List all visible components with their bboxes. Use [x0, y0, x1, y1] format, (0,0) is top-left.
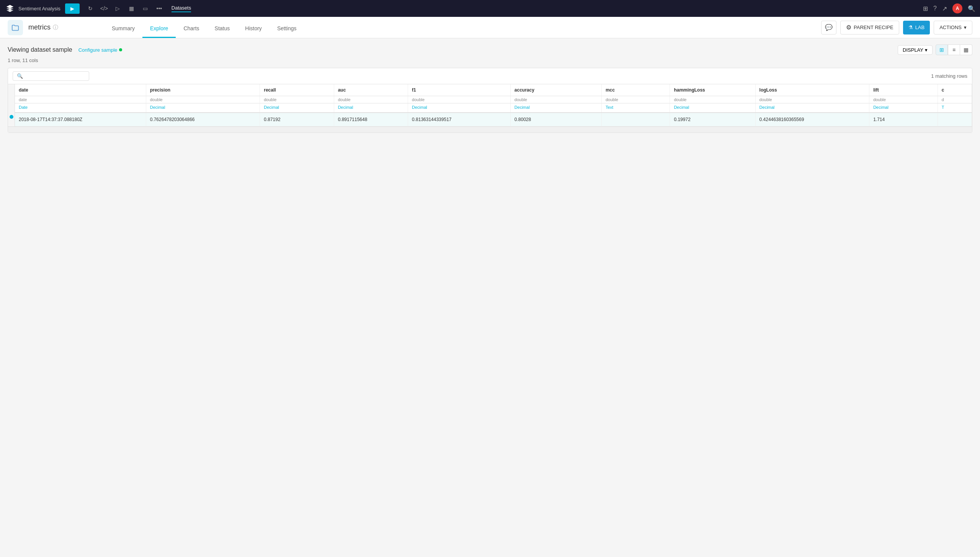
table-scroll[interactable]: date precision recall auc [15, 84, 972, 126]
table-row: 2018-08-17T14:37:37.088180Z 0.7626478203… [15, 113, 972, 126]
lab-label: LAB [915, 25, 925, 30]
chat-button[interactable]: 💬 [821, 21, 836, 34]
col-header-logloss[interactable]: logLoss [755, 84, 869, 96]
col-header-recall[interactable]: recall [260, 84, 334, 96]
meaning-lift[interactable]: Decimal [869, 103, 938, 113]
sub-nav: metrics ⓘ Summary Explore Charts Status … [0, 17, 980, 38]
meaning-precision[interactable]: Decimal [146, 103, 260, 113]
code-btn[interactable]: </> [98, 2, 110, 15]
datasets-label[interactable]: Datasets [172, 5, 191, 12]
tab-history[interactable]: History [237, 17, 270, 38]
col-header-auc[interactable]: auc [334, 84, 408, 96]
cell-accuracy: 0.80028 [510, 113, 601, 126]
cell-hammingloss: 0.19972 [670, 113, 755, 126]
actions-button[interactable]: ACTIONS ▾ [934, 21, 972, 34]
meaning-auc[interactable]: Decimal [334, 103, 408, 113]
app-title: Sentiment Analysis [18, 6, 60, 11]
bottom-scrollbar[interactable] [8, 126, 972, 133]
chart-view-btn[interactable]: ▦ [960, 44, 972, 55]
type-extra: d [938, 96, 972, 103]
col-header-precision[interactable]: precision [146, 84, 260, 96]
left-bar [8, 84, 15, 126]
lab-button[interactable]: ⚗ LAB [903, 21, 930, 34]
table-outer: date precision recall auc [8, 84, 972, 126]
display-button[interactable]: DISPLAY ▾ [898, 45, 933, 55]
meaning-accuracy[interactable]: Decimal [510, 103, 601, 113]
data-table: date precision recall auc [15, 84, 972, 126]
help-icon[interactable]: ? [933, 5, 937, 12]
meaning-extra[interactable]: T [938, 103, 972, 113]
top-bar-right: ⊞ ? ↗ A 🔍 [923, 3, 975, 13]
cell-logloss: 0.4244638160365569 [755, 113, 869, 126]
grid-view-btn[interactable]: ⊞ [936, 44, 948, 55]
meaning-mcc[interactable]: Text [601, 103, 670, 113]
configure-sample-link[interactable]: Configure sample [78, 47, 122, 53]
row-info: 1 row, 11 cols [8, 57, 972, 63]
nav-tabs: Summary Explore Charts Status History Se… [104, 17, 304, 38]
monitor-btn[interactable]: ▭ [139, 2, 152, 15]
top-bar: Sentiment Analysis ▶ ↻ </> ▷ ▦ ▭ ••• Dat… [0, 0, 980, 17]
cell-precision: 0.7626478203064866 [146, 113, 260, 126]
parent-recipe-button[interactable]: ⚙ PARENT RECIPE [840, 21, 899, 34]
meaning-hammingloss[interactable]: Decimal [670, 103, 755, 113]
tab-status[interactable]: Status [207, 17, 238, 38]
cell-extra [938, 113, 972, 126]
cell-lift: 1.714 [869, 113, 938, 126]
app-logo [5, 3, 15, 14]
cell-mcc [601, 113, 670, 126]
flow-tab[interactable]: ▶ [65, 3, 80, 14]
trend-icon[interactable]: ↗ [942, 5, 947, 12]
meaning-date[interactable]: Date [15, 103, 146, 113]
user-avatar[interactable]: A [952, 3, 962, 13]
type-f1: double [408, 96, 511, 103]
list-view-btn[interactable]: ≡ [948, 44, 960, 55]
col-header-extra[interactable]: c [938, 84, 972, 96]
configure-dot [119, 48, 122, 51]
type-hammingloss: double [670, 96, 755, 103]
lab-icon: ⚗ [908, 25, 913, 30]
sub-nav-right: 💬 ⚙ PARENT RECIPE ⚗ LAB ACTIONS ▾ [821, 21, 972, 34]
meaning-row: Date Decimal Decimal Decimal Decimal Dec… [15, 103, 972, 113]
type-date: date [15, 96, 146, 103]
search-input[interactable] [25, 73, 85, 79]
meaning-recall[interactable]: Decimal [260, 103, 334, 113]
cell-date: 2018-08-17T14:37:37.088180Z [15, 113, 146, 126]
col-header-date[interactable]: date [15, 84, 146, 96]
col-header-lift[interactable]: lift [869, 84, 938, 96]
dataset-info-icon[interactable]: ⓘ [53, 24, 58, 31]
left-dot [10, 115, 13, 119]
tab-charts[interactable]: Charts [176, 17, 207, 38]
search-icon[interactable]: 🔍 [968, 5, 975, 12]
grid-icon[interactable]: ⊞ [923, 5, 928, 12]
type-precision: double [146, 96, 260, 103]
col-header-hammingloss[interactable]: hammingLoss [670, 84, 755, 96]
refresh-btn[interactable]: ↻ [84, 2, 96, 15]
recipe-icon: ⚙ [846, 24, 851, 31]
col-header-mcc[interactable]: mcc [601, 84, 670, 96]
more-btn[interactable]: ••• [153, 2, 165, 15]
table-btn[interactable]: ▦ [126, 2, 138, 15]
type-accuracy: double [510, 96, 601, 103]
configure-sample-text: Configure sample [78, 47, 118, 53]
display-chevron-icon: ▾ [925, 47, 928, 53]
dataset-folder-icon [8, 20, 23, 35]
meaning-logloss[interactable]: Decimal [755, 103, 869, 113]
table-wrapper: 🔍 1 matching rows date pre [8, 68, 972, 133]
display-controls: DISPLAY ▾ ⊞ ≡ ▦ [898, 44, 972, 55]
type-auc: double [334, 96, 408, 103]
search-icon: 🔍 [17, 73, 23, 79]
cell-f1: 0.81363144339517 [408, 113, 511, 126]
meaning-f1[interactable]: Decimal [408, 103, 511, 113]
view-toggle: ⊞ ≡ ▦ [936, 44, 972, 55]
play-btn[interactable]: ▷ [112, 2, 124, 15]
type-row: date double double double double double … [15, 96, 972, 103]
matching-rows: 1 matching rows [931, 73, 967, 79]
title-row: Viewing dataset sample Configure sample [8, 46, 122, 53]
header-row: date precision recall auc [15, 84, 972, 96]
tab-explore[interactable]: Explore [142, 17, 176, 38]
col-header-f1[interactable]: f1 [408, 84, 511, 96]
tab-summary[interactable]: Summary [104, 17, 142, 38]
tab-settings[interactable]: Settings [270, 17, 304, 38]
col-header-accuracy[interactable]: accuracy [510, 84, 601, 96]
cell-recall: 0.87192 [260, 113, 334, 126]
